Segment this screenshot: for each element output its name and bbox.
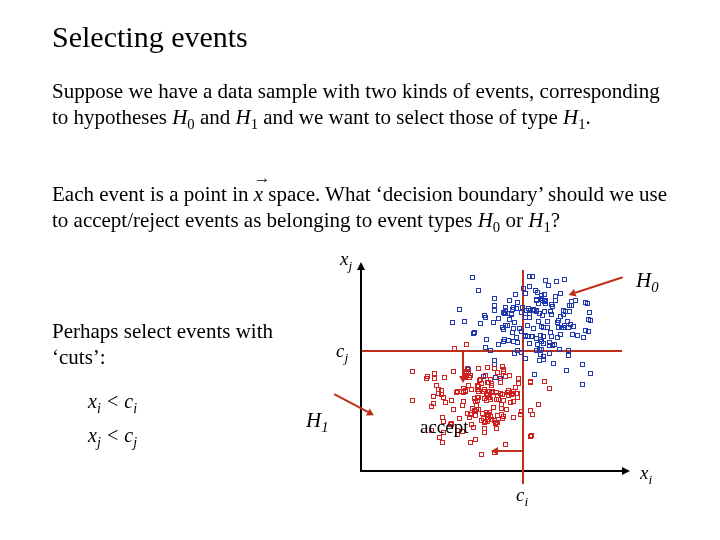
y-cut-label: cj [336, 340, 348, 366]
p2-h1: H [528, 208, 543, 232]
paragraph-2: Each event is a point in x space. What ‘… [52, 178, 672, 237]
p1-text-c: and we want to select those of type [258, 105, 563, 129]
p2-h0: H [478, 208, 493, 232]
p2-q: ? [551, 208, 560, 232]
p1-h0-sub: 0 [187, 116, 194, 132]
slide-title: Selecting events [52, 20, 248, 54]
cond2-rhs: c [124, 424, 133, 446]
h0-pointer-arrow [575, 276, 623, 293]
p2-text-a: Each event is a point in [52, 182, 254, 206]
p1-text-d: . [586, 105, 591, 129]
cond2-lhs: x [88, 424, 97, 446]
x-axis-label: xi [640, 462, 652, 488]
cut-condition-2: xj < cj [88, 424, 137, 451]
cond1-rhs-sub: i [133, 401, 137, 416]
p2-h1-sub: 1 [543, 219, 550, 235]
paragraph-1: Suppose we have a data sample with two k… [52, 78, 672, 134]
paragraph-3: Perhaps select events with ‘cuts’: [52, 318, 282, 371]
left-arrow-icon [498, 450, 522, 452]
x-cut-label: ci [516, 484, 528, 510]
p1-h1b: H [563, 105, 578, 129]
cond2-rhs-sub: j [133, 435, 137, 450]
p1-h1b-sub: 1 [578, 116, 585, 132]
h1-pointer-arrow [334, 393, 368, 413]
vertical-cut-line [522, 270, 524, 484]
p1-h0: H [172, 105, 187, 129]
cond1-rhs: c [124, 390, 133, 412]
accept-region-label: accept [420, 416, 469, 438]
p2-text-c: or [500, 208, 528, 232]
p1-h1: H [236, 105, 251, 129]
x-vector: x [254, 178, 263, 207]
plot-axes: accept xj cj xi ci H0 H1 [360, 270, 622, 472]
cond1-op: < [101, 390, 125, 412]
p1-h1-sub: 1 [251, 116, 258, 132]
scatter-plot: accept xj cj xi ci H0 H1 [340, 270, 640, 500]
cond1-lhs: x [88, 390, 97, 412]
cut-condition-1: xi < ci [88, 390, 137, 417]
h0-label: H0 [636, 268, 659, 296]
p1-text-b: and [195, 105, 236, 129]
h1-label: H1 [306, 408, 329, 436]
y-axis-label: xj [340, 248, 352, 274]
cond2-op: < [101, 424, 125, 446]
